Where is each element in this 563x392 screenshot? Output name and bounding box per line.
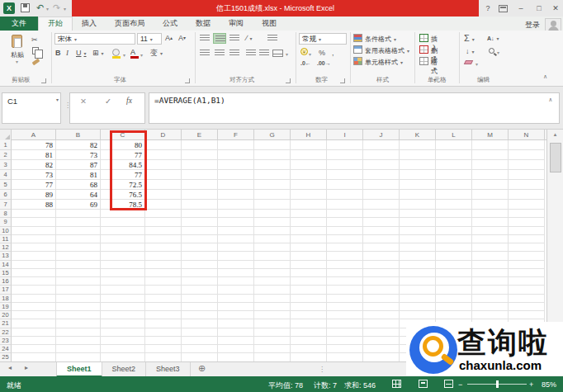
cell-F4[interactable] [218, 170, 254, 180]
cell-E23[interactable] [182, 337, 218, 345]
cell-G1[interactable] [254, 140, 291, 150]
minimize-button[interactable]: – [513, 0, 528, 17]
cell-E6[interactable] [182, 190, 218, 200]
merge-center-button[interactable] [272, 50, 283, 57]
cancel-icon[interactable]: ✕ [80, 97, 87, 106]
view-page-break-icon[interactable] [444, 380, 453, 388]
cell-B12[interactable] [56, 243, 101, 252]
cell-M18[interactable] [472, 295, 509, 303]
cell-M11[interactable] [472, 235, 509, 243]
cell-L20[interactable] [436, 311, 472, 319]
align-bottom-button[interactable] [228, 33, 241, 44]
row-header-7[interactable]: 7 [0, 200, 12, 210]
clear-icon[interactable] [464, 60, 473, 64]
cell-A3[interactable]: 82 [12, 160, 56, 170]
row-header-2[interactable]: 2 [0, 150, 12, 160]
cell-J16[interactable] [363, 277, 400, 286]
cell-B11[interactable] [56, 235, 101, 243]
cell-A10[interactable] [12, 227, 56, 235]
cell-D7[interactable] [145, 200, 182, 210]
cell-D1[interactable] [145, 140, 182, 150]
cell-J5[interactable] [363, 180, 400, 190]
cell-C24[interactable] [101, 345, 145, 353]
cell-J7[interactable] [363, 200, 400, 210]
cell-A25[interactable] [12, 353, 56, 361]
ribbon-collapse-icon[interactable]: ∧ [543, 73, 547, 80]
cell-D25[interactable] [145, 353, 182, 361]
cell-J8[interactable] [363, 210, 400, 218]
cell-H8[interactable] [291, 210, 327, 218]
cell-H10[interactable] [291, 227, 327, 235]
cell-N7[interactable] [509, 200, 545, 210]
cell-F22[interactable] [218, 328, 254, 337]
comma-button[interactable]: , [332, 49, 334, 57]
cell-K3[interactable] [400, 160, 436, 170]
cell-A19[interactable] [12, 303, 56, 311]
number-dialog-launcher-icon[interactable] [340, 78, 345, 83]
font-dialog-launcher-icon[interactable] [185, 78, 190, 83]
row-header-3[interactable]: 3 [0, 160, 12, 170]
column-header-B[interactable]: B [56, 130, 101, 140]
cell-G16[interactable] [254, 277, 291, 286]
cell-H2[interactable] [291, 150, 327, 160]
cell-E25[interactable] [182, 353, 218, 361]
formula-input[interactable]: =AVERAGE(A1,B1) ∧ [149, 92, 560, 124]
cell-N3[interactable] [509, 160, 545, 170]
cell-J18[interactable] [363, 295, 400, 303]
row-header-21[interactable]: 21 [0, 319, 12, 328]
cell-F9[interactable] [218, 218, 254, 226]
cell-A16[interactable] [12, 277, 56, 286]
cell-J22[interactable] [363, 328, 400, 337]
cell-F2[interactable] [218, 150, 254, 160]
cell-L17[interactable] [436, 286, 472, 294]
cell-D9[interactable] [145, 218, 182, 226]
underline-button[interactable]: U [76, 49, 87, 58]
cell-E5[interactable] [182, 180, 218, 190]
number-format-select[interactable]: 常规 [299, 33, 347, 45]
cell-D16[interactable] [145, 277, 182, 286]
cell-B9[interactable] [56, 218, 101, 226]
cell-J15[interactable] [363, 269, 400, 277]
cell-J1[interactable] [363, 140, 400, 150]
sheet-tab-sheet1[interactable]: Sheet1 [56, 362, 102, 377]
cell-L13[interactable] [436, 252, 472, 260]
column-header-J[interactable]: J [363, 130, 400, 140]
cell-J9[interactable] [363, 218, 400, 226]
cell-B5[interactable]: 68 [56, 180, 101, 190]
insert-function-icon[interactable]: fx [126, 97, 132, 105]
cell-A18[interactable] [12, 295, 56, 303]
cell-H22[interactable] [291, 328, 327, 337]
cell-J10[interactable] [363, 227, 400, 235]
cell-A8[interactable] [12, 210, 56, 218]
cell-G13[interactable] [254, 252, 291, 260]
cell-M1[interactable] [472, 140, 509, 150]
cell-B8[interactable] [56, 210, 101, 218]
cell-G12[interactable] [254, 243, 291, 252]
row-header-1[interactable]: 1 [0, 140, 12, 150]
cell-C11[interactable] [101, 235, 145, 243]
cell-K12[interactable] [400, 243, 436, 252]
cell-N13[interactable] [509, 252, 545, 260]
cell-I6[interactable] [327, 190, 363, 200]
cell-C23[interactable] [101, 337, 145, 345]
cell-H9[interactable] [291, 218, 327, 226]
currency-button[interactable]: ¥ [300, 48, 308, 55]
add-sheet-icon[interactable]: ⊕ [198, 363, 206, 374]
cell-B14[interactable] [56, 261, 101, 269]
zoom-level[interactable]: 85% [542, 380, 556, 389]
cell-H25[interactable] [291, 353, 327, 361]
cell-A9[interactable] [12, 218, 56, 226]
cell-F8[interactable] [218, 210, 254, 218]
cell-E22[interactable] [182, 328, 218, 337]
cell-L5[interactable] [436, 180, 472, 190]
cell-G18[interactable] [254, 295, 291, 303]
enter-icon[interactable]: ✓ [105, 97, 111, 106]
cell-F11[interactable] [218, 235, 254, 243]
tab-formulas[interactable]: 公式 [154, 17, 187, 31]
cell-E19[interactable] [182, 303, 218, 311]
grow-font-button[interactable]: A▴ [165, 34, 173, 42]
cell-C15[interactable] [101, 269, 145, 277]
cell-A5[interactable]: 77 [12, 180, 56, 190]
cell-L14[interactable] [436, 261, 472, 269]
cell-D12[interactable] [145, 243, 182, 252]
